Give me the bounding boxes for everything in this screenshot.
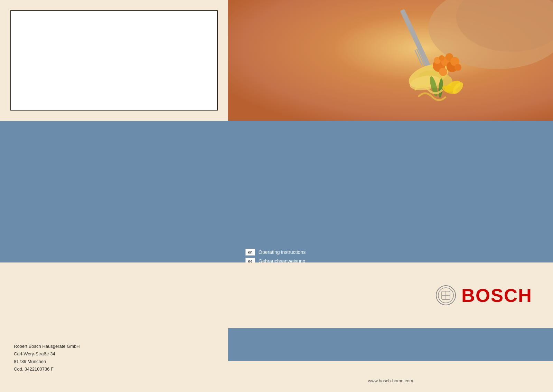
white-box [10,10,218,111]
left-blue-band [0,121,228,262]
right-blue-band: enOperating instructionsdeGebrauchsanwei… [228,121,553,262]
lang-item-en: enOperating instructions [245,249,328,256]
right-bottom-band [228,328,553,361]
left-panel: Robert Bosch Hausgeräte GmbH Carl-Wery-S… [0,0,228,392]
right-panel: enOperating instructionsdeGebrauchsanwei… [228,0,553,392]
left-bottom-area: Robert Bosch Hausgeräte GmbH Carl-Wery-S… [0,262,228,392]
address-line2: Carl-Wery-Straße 34 [14,350,80,358]
website-link: www.bosch-home.com [368,378,413,383]
lang-code-en: en [245,249,255,256]
svg-point-17 [454,64,461,71]
bosch-logo: BOSCH [435,285,532,306]
svg-point-19 [439,55,444,61]
right-bottom-beige: www.bosch-home.com [228,361,553,392]
page-layout: Robert Bosch Hausgeräte GmbH Carl-Wery-S… [0,0,553,392]
address-line1: Robert Bosch Hausgeräte GmbH [14,343,80,350]
address-line4: Cod. 3422100736 F [14,365,80,373]
food-svg [228,0,553,121]
address-block: Robert Bosch Hausgeräte GmbH Carl-Wery-S… [14,343,80,373]
logo-area: BOSCH [228,262,553,328]
food-image [228,0,553,121]
address-line3: 81739 München [14,358,80,365]
bosch-icon [435,285,456,306]
brand-name: BOSCH [461,285,532,306]
svg-point-14 [439,68,447,76]
lang-label-en: Operating instructions [259,249,306,255]
